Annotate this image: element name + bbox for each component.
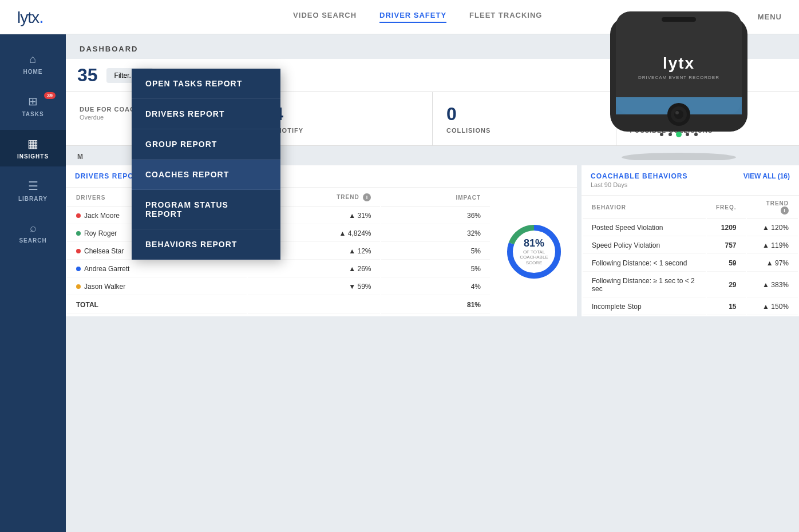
behavior-trend: ▲ 120% [747,220,798,236]
dropdown-overlay: OPEN TASKS REPORTDRIVERS REPORTGROUP REP… [132,69,280,260]
behavior-name: Incomplete Stop [583,299,706,315]
sidebar-item-search[interactable]: ⌕ SEARCH [0,215,66,251]
device-image: lytx DRIVECAM EVENT RECORDER [587,0,770,160]
driver-dot [76,231,81,236]
view-all-button[interactable]: VIEW ALL (16) [743,172,790,180]
search-icon: ⌕ [30,221,37,235]
table-row: Following Distance: ≥ 1 sec to < 2 sec 2… [583,273,798,297]
insights-icon: ▦ [27,137,38,150]
table-row: Posted Speed Violation 1209 ▲ 120% [583,220,798,236]
behaviors-panel-title: Coachable Behaviors [591,172,687,180]
col-trend-b: TREND i [747,197,798,219]
tasks-icon: ⊞ [28,94,38,108]
donut-percentage: 81% [520,237,548,249]
driver-dot [76,213,81,218]
svg-point-10 [660,133,663,136]
driver-impact: 5% [381,243,490,260]
logo-text: lytx [17,9,39,26]
driver-trend: ▼ 59% [248,279,380,295]
home-icon: ⌂ [29,53,36,66]
dropdown-item[interactable]: GROUP REPORT [132,129,280,160]
sidebar-item-library[interactable]: ☰ LIBRARY [0,172,66,209]
trend-info-icon: i [363,193,371,201]
behaviors-table: BEHAVIOR FREQ. TREND i Posted Speed Viol… [582,196,799,316]
donut-text: 81% OF TOTALCOACHABLESCORE [520,237,548,266]
svg-point-12 [676,132,682,137]
behavior-trend: ▲ 150% [747,299,798,315]
behavior-trend: ▲ 119% [747,237,798,254]
table-row: Speed Policy Violation 757 ▲ 119% [583,237,798,254]
logo-dot: . [39,6,43,27]
behavior-freq: 15 [707,299,746,315]
col-behavior: BEHAVIOR [583,197,706,219]
logo[interactable]: lytx. [17,6,43,27]
behaviors-subtitle: Last 90 Days [591,181,627,188]
sidebar-label-tasks: TASKS [22,111,43,117]
behavior-name: Speed Policy Violation [583,237,706,254]
sidebar-item-tasks[interactable]: ⊞ TASKS 39 [0,88,66,124]
svg-point-9 [675,111,679,114]
total-impact: 81% [381,296,490,314]
table-row: Jason Walker ▼ 59% 4% [67,279,490,295]
total-label: TOTAL [67,296,247,314]
donut-chart: 81% OF TOTALCOACHABLESCORE [503,220,565,283]
dropdown-item[interactable]: OPEN TASKS REPORT [132,69,280,99]
dropdown-menu: OPEN TASKS REPORTDRIVERS REPORTGROUP REP… [132,69,280,260]
tasks-badge: 39 [44,92,56,99]
svg-text:lytx: lytx [663,54,695,72]
sidebar-item-home[interactable]: ⌂ HOME [0,46,66,82]
donut-label: OF TOTALCOACHABLESCORE [520,249,548,266]
donut-area: 81% OF TOTALCOACHABLESCORE [491,188,577,315]
driver-dot [76,249,81,253]
stat-number-fyi: 14 [263,104,419,125]
driver-dot [76,267,81,271]
driver-impact: 4% [381,279,490,295]
behavior-name: Following Distance: ≥ 1 sec to < 2 sec [583,273,706,297]
sidebar-label-library: LIBRARY [18,196,48,202]
svg-point-8 [674,110,683,119]
sidebar-label-insights: INSIGHTS [17,153,49,160]
behavior-freq: 757 [707,237,746,254]
behaviors-header-row: Coachable Behaviors VIEW ALL (16) [591,172,790,180]
behaviors-panel: Coachable Behaviors VIEW ALL (16) Last 9… [582,165,799,316]
stat-number-collisions: 0 [446,104,602,125]
behavior-trend: ▲ 97% [747,255,798,272]
dropdown-item[interactable]: COACHES REPORT [132,160,280,190]
svg-point-13 [686,133,689,136]
driver-name: Andrea Garrett [67,261,247,277]
driver-impact: 32% [381,225,490,242]
sidebar-label-search: SEARCH [19,237,46,244]
driver-dot [76,284,81,289]
driver-trend: ▲ 26% [248,261,380,277]
behavior-trend: ▲ 383% [747,273,798,297]
stat-label-fyi: FYI NOTIFY [263,127,419,134]
behaviors-panel-header: Coachable Behaviors VIEW ALL (16) Last 9… [582,165,799,196]
dropdown-item[interactable]: BEHAVIORS REPORT [132,229,280,260]
svg-point-19 [622,153,736,160]
col-freq: FREQ. [707,197,746,219]
nav-video-search[interactable]: VIDEO SEARCH [293,11,357,23]
behavior-freq: 59 [707,255,746,272]
table-row: Incomplete Stop 15 ▲ 150% [583,299,798,315]
sidebar-label-home: HOME [23,69,43,75]
library-icon: ☰ [28,179,38,193]
total-drivers-number: 35 [77,65,98,86]
behavior-freq: 1209 [707,220,746,236]
dropdown-item[interactable]: DRIVERS REPORT [132,99,280,129]
behavior-freq: 29 [707,273,746,297]
behavior-name: Posted Speed Violation [583,220,706,236]
nav-fleet-tracking[interactable]: FLEET TRACKING [469,11,542,23]
device-svg: lytx DRIVECAM EVENT RECORDER [587,0,770,160]
trend-b-info-icon: i [781,207,789,215]
sidebar: ⌂ HOME ⊞ TASKS 39 ▦ INSIGHTS ☰ LIBRARY ⌕… [0,34,66,532]
sidebar-item-insights[interactable]: ▦ INSIGHTS [0,130,66,166]
behavior-name: Following Distance: < 1 second [583,255,706,272]
total-empty [248,296,380,314]
nav-driver-safety[interactable]: DRIVER SAFETY [379,11,446,23]
stat-label-collisions: COLLISIONS [446,127,602,134]
driver-name: Jason Walker [67,279,247,295]
svg-rect-15 [662,17,696,22]
svg-point-14 [694,133,698,136]
svg-text:DRIVECAM EVENT RECORDER: DRIVECAM EVENT RECORDER [638,75,719,80]
dropdown-item[interactable]: PROGRAM STATUS REPORT [132,190,280,229]
